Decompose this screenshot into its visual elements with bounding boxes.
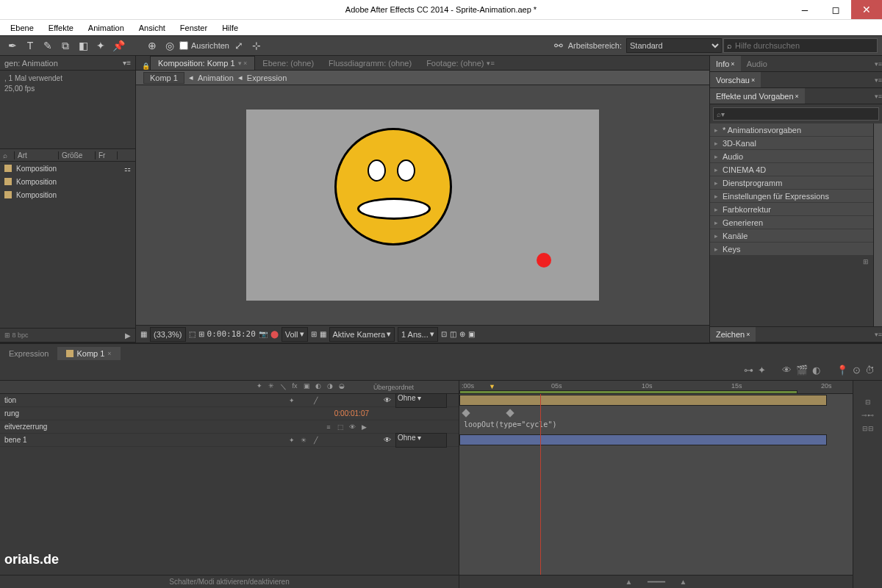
effect-category[interactable]: Farbkorrektur <box>710 203 873 216</box>
layer-row[interactable]: bene 1 ✦☀╱ 👁 Ohne ▾ <box>0 434 459 447</box>
scrollbar[interactable] <box>873 123 882 326</box>
effect-category[interactable]: * Animationsvorgaben <box>710 123 873 137</box>
project-item[interactable]: Komposition⚏ <box>0 162 135 175</box>
resolution2-icon[interactable]: ⊞ <box>198 330 204 338</box>
crumb-animation[interactable]: Animation <box>198 74 234 82</box>
eraser-tool-icon[interactable]: ◧ <box>75 37 91 54</box>
effect-category[interactable]: Dienstprogramm <box>710 176 873 190</box>
align-checkbox[interactable]: Ausrichten <box>179 41 229 50</box>
lock-icon[interactable]: 🔒 <box>142 62 150 70</box>
misc-icon[interactable]: ◫ <box>450 330 456 338</box>
effect-category[interactable]: Generieren <box>710 216 873 229</box>
zoom-select[interactable]: (33,3%) <box>150 327 186 342</box>
playhead[interactable] <box>540 394 541 575</box>
channel-icon[interactable]: ⬤ <box>270 330 279 338</box>
layer-row[interactable]: rung 0:00:01:07 <box>0 407 459 420</box>
menu-hilfe[interactable]: Hilfe <box>215 20 245 35</box>
tool-icon[interactable]: ⊸⊷ <box>861 412 874 419</box>
eye-icon[interactable]: 👁 <box>384 396 391 404</box>
camera-select[interactable]: Aktive Kamera ▾ <box>329 327 395 342</box>
effect-category[interactable]: CINEMA 4D <box>710 163 873 176</box>
work-area-bar[interactable] <box>459 390 797 394</box>
effect-category[interactable]: Einstellungen für Expressions <box>710 190 873 203</box>
tl-icon[interactable]: ✦ <box>758 365 766 376</box>
text-tool-icon[interactable]: T <box>22 37 38 54</box>
effect-category[interactable]: 3D-Kanal <box>710 137 873 150</box>
tab-komp1[interactable]: Komp 1× <box>57 347 120 360</box>
menu-fenster[interactable]: Fenster <box>173 20 215 35</box>
timecode-display[interactable]: 0:00:18:20 <box>207 329 256 339</box>
effect-category[interactable]: Keys <box>710 243 873 256</box>
menu-effekte[interactable]: Effekte <box>41 20 81 35</box>
clone-tool-icon[interactable]: ⧉ <box>57 37 74 54</box>
tab-info[interactable]: Info× <box>710 56 741 71</box>
timeline-scrollbar[interactable]: ▲━━━━▲ <box>459 575 853 588</box>
parent-select[interactable]: Ohne ▾ <box>395 393 447 408</box>
playhead-marker-icon[interactable]: ▼ <box>489 383 495 390</box>
views-select[interactable]: 1 Ans... ▾ <box>398 327 438 342</box>
tab-vorschau[interactable]: Vorschau× <box>710 72 761 87</box>
snap2-icon[interactable]: ◎ <box>162 37 178 54</box>
pin-tool-icon[interactable]: 📌 <box>110 37 126 54</box>
tab-effects[interactable]: Effekte und Vorgaben× <box>710 88 805 104</box>
tool-icon[interactable]: ⊟ <box>865 398 871 406</box>
brush-tool-icon[interactable]: ✎ <box>40 37 56 54</box>
tab-ebene[interactable]: Ebene: (ohne) <box>255 56 321 70</box>
panel-menu-icon[interactable]: ▾≡ <box>875 76 882 84</box>
misc-icon[interactable]: ⊕ <box>459 330 465 338</box>
close-button[interactable]: ✕ <box>851 0 882 19</box>
tab-expression[interactable]: Expression <box>0 347 57 360</box>
workspace-select[interactable]: Standard <box>626 38 722 53</box>
layer-row[interactable]: tion ✦╱ 👁 Ohne ▾ <box>0 394 459 407</box>
project-item[interactable]: Komposition <box>0 175 135 188</box>
snap-icon[interactable]: ⊕ <box>144 37 160 54</box>
grid-toggle-icon[interactable]: ▦ <box>140 330 147 338</box>
crumb-expression[interactable]: Expression <box>247 74 287 82</box>
expand-icon[interactable]: ⤢ <box>231 37 247 54</box>
timeline-tracks[interactable]: :00s 05s 10s 15s 20s ▼ loopOut(type="cyc… <box>459 381 853 588</box>
tab-footage[interactable]: Footage: (ohne)▾≡ <box>419 56 502 70</box>
pen-tool-icon[interactable]: ✒ <box>4 37 21 54</box>
parent-select[interactable]: Ohne ▾ <box>395 433 447 448</box>
snapshot-icon[interactable]: 📷 <box>259 330 268 338</box>
quality-select[interactable]: Voll ▾ <box>282 327 308 342</box>
tl-icon[interactable]: ⏱ <box>865 365 875 376</box>
keyframe-time[interactable]: 0:00:01:07 <box>334 409 369 417</box>
panel-menu-icon[interactable]: ▾≡ <box>123 59 131 67</box>
tl-icon[interactable]: ⊶ <box>744 365 753 376</box>
help-search-input[interactable] <box>735 41 874 50</box>
viewport[interactable] <box>136 85 709 325</box>
crumb-komp1[interactable]: Komp 1 <box>143 72 184 84</box>
timeline-footer[interactable]: Schalter/Modi aktivieren/deaktivieren <box>0 575 459 588</box>
expression-text[interactable]: loopOut(type="cycle") <box>464 420 556 429</box>
maximize-button[interactable]: □ <box>820 0 851 19</box>
tab-flussdiagramm[interactable]: Flussdiagramm: (ohne) <box>321 56 419 70</box>
help-search[interactable]: ⌕ <box>723 38 878 53</box>
misc-icon[interactable]: ▣ <box>468 330 475 338</box>
tab-komposition[interactable]: Komposition: Komp 1▾ × <box>150 56 255 70</box>
menu-ansicht[interactable]: Ansicht <box>132 20 173 35</box>
layer-bar[interactable] <box>459 434 827 445</box>
crosshair-icon[interactable]: ⊹ <box>248 37 265 54</box>
eye-icon[interactable]: 👁 <box>384 436 391 444</box>
panel-menu-icon[interactable]: ▾≡ <box>875 93 882 100</box>
play-icon[interactable]: ▶ <box>125 331 131 340</box>
tl-icon[interactable]: 📍 <box>836 365 848 376</box>
new-bin-icon[interactable]: ⊞ <box>863 258 869 267</box>
keyframe-icon[interactable] <box>462 409 470 417</box>
tl-icon[interactable]: ⊙ <box>853 365 861 376</box>
effects-search[interactable]: ⌕▾ <box>713 107 879 121</box>
effect-category[interactable]: Kanäle <box>710 229 873 243</box>
link-icon[interactable]: ⚯ <box>551 37 567 54</box>
tl-icon[interactable]: ◐ <box>812 365 820 376</box>
tl-icon[interactable]: 🎬 <box>796 365 808 376</box>
tool-icon[interactable]: ⊟⊟ <box>862 425 874 432</box>
menu-ebene[interactable]: Ebene <box>3 20 41 35</box>
guides-icon[interactable]: ▦ <box>320 330 326 338</box>
tab-audio[interactable]: Audio <box>741 56 773 71</box>
tl-icon[interactable]: 👁 <box>782 365 792 376</box>
effect-category[interactable]: Audio <box>710 150 873 163</box>
project-item[interactable]: Komposition <box>0 188 135 201</box>
misc-icon[interactable]: ⊡ <box>441 330 447 338</box>
menu-animation[interactable]: Animation <box>81 20 132 35</box>
